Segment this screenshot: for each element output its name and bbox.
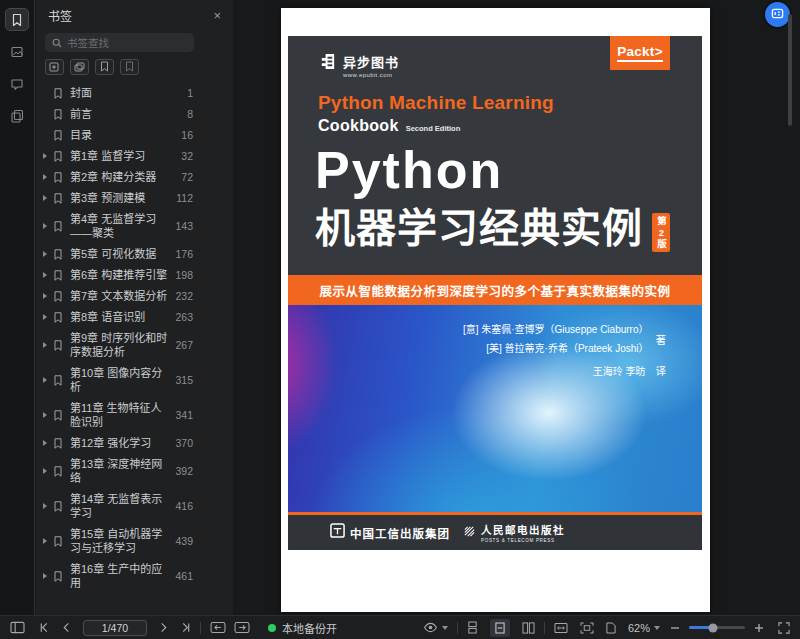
bookmark-label: 第4章 无监督学习——聚类 <box>70 212 169 240</box>
bookmark-item[interactable]: 第8章 语音识别263 <box>40 307 193 328</box>
bookmark-icon <box>52 150 64 163</box>
bookmark-item[interactable]: 第4章 无监督学习——聚类143 <box>40 209 193 244</box>
collapse-all-button[interactable] <box>70 59 89 75</box>
bookmark-item[interactable]: 第6章 构建推荐引擎198 <box>40 265 193 286</box>
expand-chevron-icon[interactable] <box>40 440 50 446</box>
expand-chevron-icon[interactable] <box>40 503 50 509</box>
expand-chevron-icon[interactable] <box>40 538 50 544</box>
locate-bookmark-button[interactable] <box>95 59 114 75</box>
actual-size-button[interactable] <box>606 622 616 634</box>
bookmark-item[interactable]: 封面1 <box>40 83 193 104</box>
expand-chevron-icon[interactable] <box>40 223 50 229</box>
bookmark-item[interactable]: 第15章 自动机器学习与迁移学习439 <box>40 524 193 559</box>
bookmark-item[interactable]: 目录16 <box>40 125 193 146</box>
bookmarks-panel-button[interactable] <box>5 8 29 31</box>
bookmark-item[interactable]: 第14章 无监督表示学习416 <box>40 489 193 524</box>
continuous-scroll-button[interactable] <box>467 621 478 634</box>
bookmark-label: 第16章 生产中的应用 <box>70 562 169 590</box>
bookmark-item[interactable]: 第12章 强化学习370 <box>40 433 193 454</box>
bookmark-page: 370 <box>175 437 193 449</box>
bookmark-item[interactable]: 第2章 构建分类器72 <box>40 167 193 188</box>
expand-chevron-icon[interactable] <box>40 342 50 348</box>
epubit-brand: 异步图书 www.epubit.com <box>318 52 399 78</box>
local-backup-toggle[interactable]: 本地备份开 <box>268 620 337 636</box>
zoom-out-button[interactable] <box>670 623 680 633</box>
bookmark-item[interactable]: 第3章 预测建模112 <box>40 188 193 209</box>
bookmark-search[interactable] <box>45 33 194 52</box>
bookmark-item[interactable]: 第16章 生产中的应用461 <box>40 559 193 594</box>
close-icon[interactable]: × <box>213 8 221 23</box>
expand-chevron-icon[interactable] <box>40 174 50 180</box>
next-view-button[interactable] <box>234 621 250 634</box>
citic-press-logo-icon <box>330 523 345 542</box>
single-page-button[interactable] <box>490 619 510 637</box>
expand-chevron-icon[interactable] <box>40 314 50 320</box>
previous-view-button[interactable] <box>210 621 226 634</box>
bookmark-item[interactable]: 第10章 图像内容分析315 <box>40 363 193 398</box>
expand-chevron-icon[interactable] <box>40 468 50 474</box>
bookmark-icon <box>52 248 64 261</box>
annotations-panel-button[interactable] <box>5 72 29 95</box>
author-line1: [意] 朱塞佩·查博罗（Giuseppe Ciaburro） <box>463 321 649 340</box>
pdf-reader-window: 书签 × 封面1 前言8 目录16 第1章 监督学习32 第2章 构建分类器72… <box>0 0 800 639</box>
toggle-sidebar-button[interactable] <box>10 621 25 634</box>
bookmark-item[interactable]: 第9章 时序列化和时序数据分析267 <box>40 328 193 363</box>
vertical-scrollbar-thumb[interactable] <box>788 14 792 126</box>
bookmark-item[interactable]: 第7章 文本数据分析232 <box>40 286 193 307</box>
expand-chevron-icon[interactable] <box>40 377 50 383</box>
fit-width-button[interactable] <box>554 622 568 634</box>
zoom-slider[interactable] <box>689 626 745 629</box>
zoom-level-value: 62% <box>628 622 650 634</box>
bookmark-item[interactable]: 第1章 监督学习32 <box>40 146 193 167</box>
expand-all-button[interactable] <box>45 59 64 75</box>
zoom-level-dropdown[interactable]: 62% <box>628 622 660 634</box>
comment-icon <box>10 77 24 91</box>
attachments-panel-button[interactable] <box>5 104 29 127</box>
bookmark-page: 263 <box>175 311 193 323</box>
expand-chevron-icon[interactable] <box>40 251 50 257</box>
first-page-button[interactable] <box>39 622 50 633</box>
zoom-in-button[interactable] <box>754 623 764 633</box>
add-bookmark-button[interactable] <box>120 59 139 75</box>
bookmark-page: 392 <box>175 465 193 477</box>
page-indicator[interactable]: 1/470 <box>83 620 147 636</box>
fullscreen-button[interactable] <box>778 622 790 634</box>
backup-status-label: 本地备份开 <box>282 620 337 636</box>
last-page-button[interactable] <box>180 622 191 633</box>
view-mode-button[interactable] <box>423 622 448 633</box>
expand-chevron-icon[interactable] <box>40 272 50 278</box>
bookmark-page: 232 <box>175 290 193 302</box>
search-input[interactable] <box>67 37 187 49</box>
author-block: [意] 朱塞佩·查博罗（Giuseppe Ciaburro） [美] 普拉蒂克·… <box>463 321 666 378</box>
previous-page-button[interactable] <box>62 622 71 633</box>
tagline-banner: 展示从智能数据分析到深度学习的多个基于真实数据集的实例 <box>288 275 702 305</box>
press-name: 人民邮电出版社 <box>481 522 565 537</box>
epubit-logo-icon <box>318 52 337 75</box>
expand-chevron-icon[interactable] <box>40 412 50 418</box>
fit-page-button[interactable] <box>580 622 594 634</box>
translators: 王海玲 李昉 <box>593 363 646 378</box>
bookmark-item[interactable]: 第13章 深度神经网络392 <box>40 454 193 489</box>
chevron-down-icon <box>654 626 660 630</box>
bookmark-page: 341 <box>175 409 193 421</box>
bookmark-page: 112 <box>176 192 193 204</box>
bookmark-page: 461 <box>175 570 193 582</box>
bookmark-item[interactable]: 第11章 生物特征人脸识别341 <box>40 398 193 433</box>
bookmark-icon <box>52 535 64 548</box>
thumbnails-panel-button[interactable] <box>5 40 29 63</box>
next-page-button[interactable] <box>159 622 168 633</box>
expand-chevron-icon[interactable] <box>40 153 50 159</box>
assistant-floating-button[interactable] <box>765 2 790 27</box>
bookmark-item[interactable]: 第5章 可视化数据176 <box>40 244 193 265</box>
two-page-button[interactable] <box>522 622 535 634</box>
zoom-slider-handle[interactable] <box>708 623 717 632</box>
author-line2: [美] 普拉蒂克·乔希（Prateek Joshi） <box>463 340 649 359</box>
bookmark-icon <box>52 269 64 282</box>
pages-copy-icon <box>10 109 24 123</box>
bookmark-item[interactable]: 前言8 <box>40 104 193 125</box>
expand-chevron-icon[interactable] <box>40 293 50 299</box>
expand-chevron-icon[interactable] <box>40 195 50 201</box>
expand-chevron-icon[interactable] <box>40 573 50 579</box>
series-subtitle-row: Cookbook Second Edition <box>318 117 460 135</box>
bookmark-page: 1 <box>187 87 193 99</box>
